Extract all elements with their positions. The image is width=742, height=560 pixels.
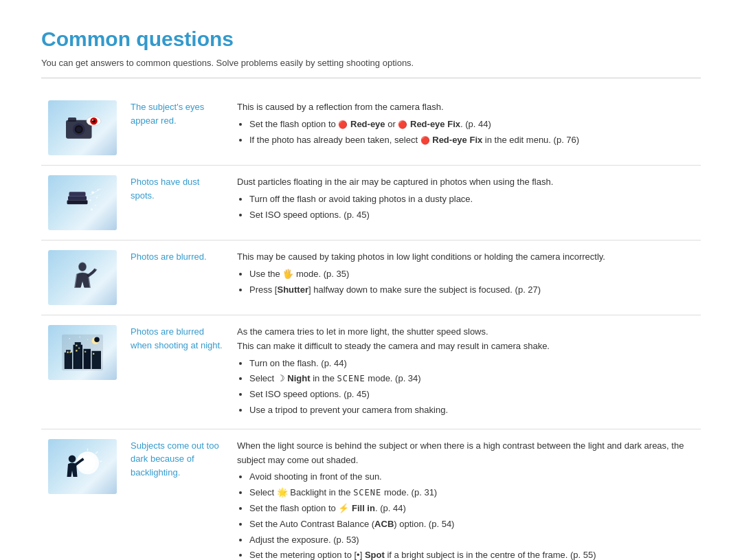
svg-rect-29 (67, 352, 69, 353)
svg-rect-30 (69, 352, 71, 353)
table-row: Photos are blurred.This may be caused by… (41, 240, 701, 315)
svg-point-15 (95, 205, 96, 206)
svg-point-42 (80, 455, 95, 471)
svg-point-38 (69, 338, 71, 339)
image-red-eye (48, 100, 117, 155)
svg-point-39 (80, 337, 81, 338)
table-row: Photos have dust spots.Dust particles fl… (41, 166, 701, 240)
label-row-night: Photos are blurred when shooting at nigh… (131, 326, 223, 350)
table-row: Subjects come out too dark because of ba… (41, 429, 701, 560)
svg-line-44 (95, 451, 98, 453)
bullet-item: Turn off the flash or avoid taking photo… (249, 192, 694, 207)
svg-point-40 (87, 339, 89, 341)
image-dust (48, 175, 117, 230)
svg-rect-31 (76, 345, 77, 346)
image-night (48, 325, 117, 380)
content-row-blurred: This may be caused by taking photos in l… (230, 240, 701, 315)
bullet-item: Adjust the exposure. (p. 53) (249, 533, 694, 548)
content-row-backlight: When the light source is behind the subj… (230, 429, 701, 560)
content-row-dust: Dust particles floating in the air may b… (230, 166, 701, 240)
bullet-item: Set the metering option to [•] Spot if a… (249, 548, 694, 560)
label-row-red-eye: The subject's eyes appear red. (131, 102, 204, 126)
svg-point-14 (89, 199, 91, 201)
bullet-item: If the photo has already been taken, sel… (249, 133, 694, 148)
label-row-backlight: Subjects come out too dark because of ba… (131, 440, 219, 478)
bullet-item: Use a tripod to prevent your camera from… (249, 403, 694, 418)
content-row-night: As the camera tries to let in more light… (230, 315, 701, 429)
svg-point-37 (94, 337, 100, 343)
content-intro: As the camera tries to let in more light… (237, 325, 694, 339)
bullet-item: Set the Auto Contrast Balance (ACB) opti… (249, 517, 694, 532)
bullet-item: Use the 🖐 mode. (p. 35) (249, 267, 694, 282)
svg-point-21 (79, 262, 87, 271)
svg-rect-26 (75, 342, 81, 369)
content-intro: Dust particles floating in the air may b… (237, 175, 694, 190)
svg-rect-32 (78, 348, 80, 349)
content-intro: This is caused by a reflection from the … (237, 100, 694, 115)
svg-rect-9 (67, 200, 88, 204)
content-intro: This may be caused by taking photos in l… (237, 250, 694, 265)
svg-point-16 (91, 208, 93, 210)
bullet-item: Set ISO speed options. (p. 45) (249, 388, 694, 402)
bullet-list: Turn on the flash. (p. 44)Select ☽ Night… (249, 357, 694, 418)
bullet-list: Use the 🖐 mode. (p. 35)Press [Shutter] h… (249, 267, 694, 298)
content-row-red-eye: This is caused by a reflection from the … (230, 91, 701, 166)
page-subtitle: You can get answers to common questions.… (41, 58, 701, 78)
svg-rect-1 (68, 117, 76, 122)
bullet-item: Set the flash option to 🔴 Red-eye or 🔴 R… (249, 117, 694, 132)
svg-point-4 (76, 127, 82, 133)
faq-table: The subject's eyes appear red.This is ca… (41, 91, 701, 560)
svg-point-8 (92, 120, 93, 121)
table-row: Photos are blurred when shooting at nigh… (41, 315, 701, 429)
svg-point-46 (69, 455, 76, 462)
svg-line-19 (90, 195, 100, 198)
svg-rect-10 (68, 196, 87, 200)
content-intro: This can make it difficult to steady the… (237, 339, 694, 354)
label-row-dust: Photos have dust spots. (131, 177, 199, 201)
bullet-item: Avoid shooting in front of the sun. (249, 470, 694, 484)
svg-rect-35 (93, 353, 94, 355)
content-intro: When the light source is behind the subj… (237, 439, 694, 468)
bullet-item: Select ☽ Night in the SCENE mode. (p. 34… (249, 372, 694, 386)
bullet-list: Set the flash option to 🔴 Red-eye or 🔴 R… (249, 117, 694, 148)
image-backlight (48, 439, 117, 494)
bullet-item: Turn on the flash. (p. 44) (249, 357, 694, 371)
svg-rect-33 (76, 350, 77, 351)
bullet-item: Select 🌟 Backlight in the SCENE mode. (p… (249, 486, 694, 500)
label-row-blurred: Photos are blurred. (131, 251, 207, 262)
image-blurred (48, 250, 117, 305)
bullet-list: Turn off the flash or avoid taking photo… (249, 192, 694, 223)
bullet-list: Avoid shooting in front of the sun.Selec… (249, 470, 694, 560)
svg-point-13 (96, 197, 98, 198)
bullet-item: Press [Shutter] halfway down to make sur… (249, 283, 694, 298)
svg-rect-34 (85, 351, 86, 352)
page-title: Common questions (41, 27, 701, 51)
bullet-item: Set ISO speed options. (p. 45) (249, 208, 694, 223)
table-row: The subject's eyes appear red.This is ca… (41, 91, 701, 166)
bullet-item: Set the flash option to ⚡ Fill in. (p. 4… (249, 502, 694, 516)
svg-rect-11 (69, 192, 86, 196)
